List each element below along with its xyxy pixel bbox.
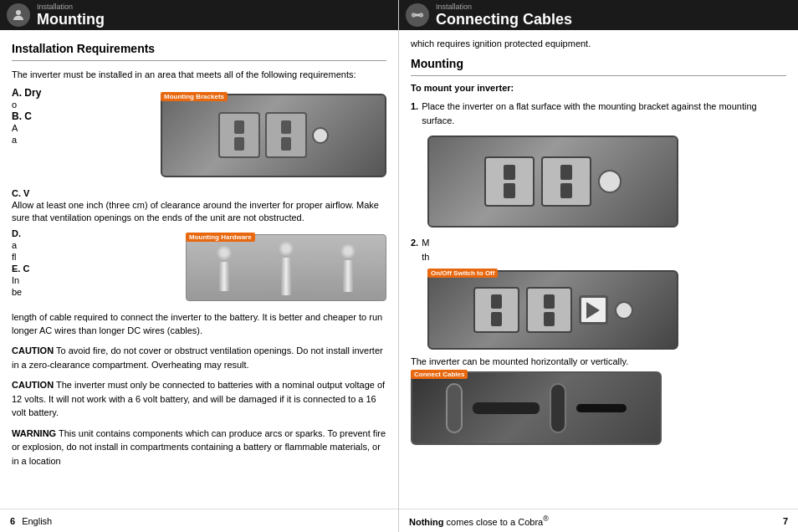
connect-cables-container: Connect Cables (411, 371, 786, 445)
caution-1: CAUTION To avoid fire, do not cover or o… (12, 344, 386, 371)
mounting-hardware-label: Mounting Hardware (186, 233, 255, 242)
caution-1-body: To avoid fire, do not cover or obstruct … (12, 345, 383, 370)
svg-point-2 (412, 13, 416, 18)
connect-cables-label: Connect Cables (411, 370, 468, 379)
left-header: Installation Mounting (0, 0, 398, 30)
step-2-num: 2. (411, 236, 418, 263)
req-a-text: A. Dry o B. C A a (12, 87, 152, 184)
right-intro-text: which requires ignition protected equipm… (411, 38, 786, 49)
inverter-image-2-container: On/Off Switch to Off (427, 270, 786, 350)
inverter-image-2 (427, 270, 678, 350)
step-2-section: 2. Mth On/Off Switch to Off (411, 236, 786, 350)
mounting-title: Mounting (411, 57, 786, 70)
req-de-section: D. a fl E. C In be Mounting Hardware (12, 228, 386, 308)
caution-1-label: CAUTION (12, 345, 54, 356)
connect-cables-image (411, 371, 662, 445)
caution-2-body: The inverter must only be connected to b… (12, 380, 385, 417)
req-de-text: D. a fl E. C In be (12, 228, 177, 308)
left-page: Installation Mounting Installation Requi… (0, 0, 399, 532)
horizontal-text: The inverter can be mounted horizontally… (411, 356, 786, 366)
cable-text: length of cable required to connect the … (12, 311, 386, 337)
svg-point-3 (419, 13, 423, 18)
onoff-switch-label: On/Off Switch to Off (427, 269, 498, 278)
warning-body: This unit contains components which can … (12, 428, 386, 466)
installation-requirements-title: Installation Requirements (12, 42, 386, 55)
footer-trademark: ® (543, 514, 549, 523)
right-page: Installation Connecting Cables which req… (399, 0, 798, 532)
right-header-title: Connecting Cables (436, 11, 572, 28)
right-footer: Nothing comes close to a Cobra® 7 (399, 509, 798, 532)
person-icon (11, 8, 26, 23)
to-mount-label: To mount your inverter: (411, 83, 786, 93)
cables-icon (410, 8, 425, 23)
footer-tagline: Nothing comes close to a Cobra® (409, 514, 549, 528)
divider-right (411, 75, 786, 76)
mounting-brackets-label: Mounting Brackets (161, 92, 228, 101)
right-content: which requires ignition protected equipm… (399, 30, 798, 457)
footer-tagline-end: comes close to a Cobra (444, 517, 544, 527)
footer-nothing: Nothing (409, 517, 444, 527)
right-page-number: 7 (783, 516, 788, 526)
inverter-image-1 (427, 136, 678, 228)
right-header-icon (406, 3, 429, 27)
step-2: 2. Mth (411, 236, 786, 263)
step-2-text: Mth (422, 236, 429, 263)
left-header-title: Mounting (37, 11, 105, 28)
step-1-num: 1. (411, 100, 418, 127)
right-header: Installation Connecting Cables (399, 0, 798, 30)
req-c-section: C. V Allow at least one inch (three cm) … (12, 187, 386, 225)
step-1: 1. Place the inverter on a flat surface … (411, 100, 786, 127)
mounting-brackets-image (161, 94, 386, 177)
caution-2: CAUTION The inverter must only be connec… (12, 378, 386, 420)
installation-label-right: Installation (436, 3, 572, 11)
screws-image (186, 234, 386, 301)
intro-text: The inverter must be installed in an are… (12, 68, 386, 82)
left-footer: 6 English (0, 509, 398, 532)
warning-label: WARNING (12, 428, 56, 438)
caution-2-label: CAUTION (12, 380, 54, 390)
inverter-image-1-container (427, 136, 786, 228)
left-page-number: 6 (10, 516, 15, 526)
warning-block: WARNING This unit contains components wh… (12, 427, 386, 468)
installation-label-left: Installation (37, 3, 105, 11)
step-1-text: Place the inverter on a flat surface wit… (422, 100, 786, 127)
right-header-text: Installation Connecting Cables (436, 3, 572, 28)
mounting-hardware-image-container: Mounting Hardware (186, 234, 386, 301)
req-a-section: A. Dry o B. C A a Mounting Brackets (12, 87, 386, 184)
language-label: English (22, 516, 52, 526)
svg-point-0 (16, 10, 21, 15)
left-content: Installation Requirements The inverter m… (0, 30, 398, 483)
outlets-display (218, 112, 329, 158)
mounting-brackets-image-container: Mounting Brackets (161, 94, 386, 177)
divider-1 (12, 60, 386, 61)
left-header-icon (7, 3, 30, 27)
